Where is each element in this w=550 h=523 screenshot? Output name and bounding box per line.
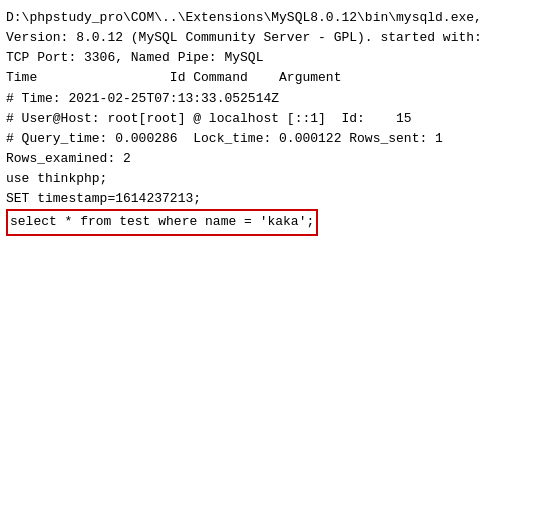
- highlighted-query-line: select * from test where name = 'kaka';: [6, 209, 544, 235]
- terminal-line: Rows_examined: 2: [6, 149, 544, 169]
- terminal-line: # Time: 2021-02-25T07:13:33.052514Z: [6, 89, 544, 109]
- terminal-line: use thinkphp;: [6, 169, 544, 189]
- terminal-line: Version: 8.0.12 (MySQL Community Server …: [6, 28, 544, 48]
- terminal-line: # Query_time: 0.000286 Lock_time: 0.0001…: [6, 129, 544, 149]
- terminal-line: SET timestamp=1614237213;: [6, 189, 544, 209]
- terminal-line: # User@Host: root[root] @ localhost [::1…: [6, 109, 544, 129]
- terminal-line: Time Id Command Argument: [6, 68, 544, 88]
- query-text: select * from test where name = 'kaka';: [6, 209, 318, 235]
- terminal-line: TCP Port: 3306, Named Pipe: MySQL: [6, 48, 544, 68]
- terminal-window: D:\phpstudy_pro\COM\..\Extensions\MySQL8…: [0, 0, 550, 523]
- terminal-line: D:\phpstudy_pro\COM\..\Extensions\MySQL8…: [6, 8, 544, 28]
